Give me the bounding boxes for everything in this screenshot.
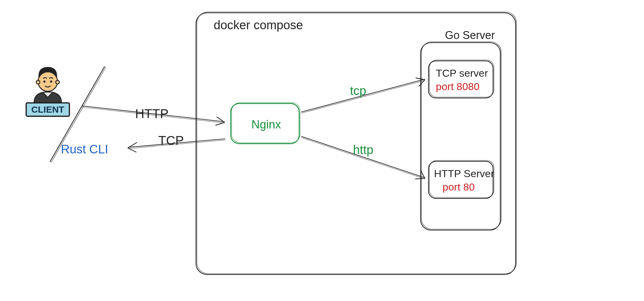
nginx-label: Nginx	[251, 118, 281, 131]
arrow-tcp-out-label: tcp	[350, 84, 366, 97]
arrow-http-in-label: HTTP	[135, 107, 169, 121]
arrow-http-in: HTTP	[82, 106, 225, 125]
rust-cli-label: Rust CLI	[61, 142, 108, 156]
go-server-container: Go Server TCP server port 8080 HTTP Serv…	[421, 29, 501, 230]
tcp-server-port: port 8080	[436, 81, 480, 92]
architecture-diagram: docker compose Go Server TCP server port…	[0, 0, 644, 301]
nginx-box: Nginx	[231, 103, 300, 144]
client-icon: CLIENT	[26, 67, 69, 116]
http-server-title: HTTP Server	[434, 168, 494, 179]
svg-point-13	[36, 80, 40, 84]
arrow-tcp-in-label: TCP	[158, 133, 184, 148]
arrow-tcp-in: TCP	[128, 133, 225, 152]
client-badge-label: CLIENT	[31, 104, 64, 114]
tcp-server-box: TCP server port 8080	[429, 60, 494, 98]
svg-rect-4	[429, 61, 493, 98]
go-server-title: Go Server	[445, 29, 495, 41]
docker-compose-title: docker compose	[214, 18, 303, 32]
arrow-http-out-label: http	[353, 143, 373, 156]
svg-point-14	[56, 80, 59, 84]
svg-point-11	[44, 81, 46, 83]
tcp-server-title: TCP server	[436, 67, 488, 79]
svg-point-12	[50, 81, 52, 83]
http-server-port: port 80	[443, 181, 475, 193]
svg-line-24	[301, 136, 425, 178]
svg-point-10	[38, 72, 58, 91]
svg-rect-6	[429, 161, 493, 198]
arrow-http-out: http	[301, 136, 425, 179]
arrow-tcp-out: tcp	[301, 78, 425, 113]
http-server-box: HTTP Server port 80	[429, 160, 494, 198]
